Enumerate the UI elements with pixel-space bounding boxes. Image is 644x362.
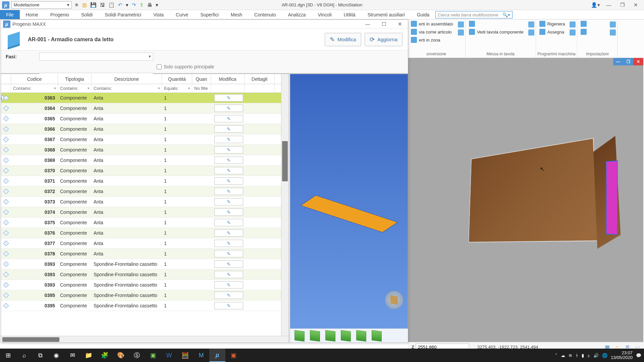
export-icon[interactable]: ⇪: [140, 2, 144, 8]
filter-icon[interactable]: ▾: [54, 86, 56, 90]
row-edit-button[interactable]: ✎: [214, 198, 243, 205]
row-edit-button[interactable]: ✎: [214, 157, 243, 164]
tray-net-icon[interactable]: ≋: [569, 353, 572, 358]
supporto-checkbox-input[interactable]: [157, 64, 162, 69]
save-icon[interactable]: 💾: [90, 2, 97, 8]
row-edit-button[interactable]: ✎: [214, 167, 243, 174]
chrome-icon[interactable]: ◉: [48, 349, 64, 362]
col-quantita[interactable]: Quantità: [162, 74, 192, 84]
table-row[interactable]: 0369ComponenteAnta1✎: [1, 155, 281, 166]
window-restore[interactable]: ❐: [616, 2, 628, 8]
tab-curve[interactable]: Curve: [170, 10, 194, 19]
table-row[interactable]: 0395ComponenteSpondine-Fronntalino casse…: [1, 290, 281, 301]
ribbon-tool-icon[interactable]: [528, 29, 534, 36]
row-edit-button[interactable]: ✎: [214, 260, 243, 268]
col-codice[interactable]: Codice: [11, 74, 58, 84]
main-3d-view[interactable]: — ❐ ✕ ↖: [408, 58, 643, 342]
col-dettagli[interactable]: Dettagli: [245, 74, 275, 84]
row-edit-button[interactable]: ✎: [214, 188, 243, 195]
view-front-icon[interactable]: [310, 330, 320, 341]
table-row[interactable]: 0378ComponenteAnta1✎: [1, 249, 281, 259]
tray-wifi-icon[interactable]: ⏚: [587, 353, 590, 358]
row-edit-button[interactable]: ✎: [214, 125, 243, 133]
tab-utilità[interactable]: Utilità: [338, 10, 362, 19]
row-edit-button[interactable]: ✎: [214, 208, 243, 216]
maxx-maximize[interactable]: ☐: [376, 21, 392, 27]
table-row[interactable]: 0393ComponenteSpondine-Fronntalino casse…: [1, 259, 281, 269]
skype-icon[interactable]: Ⓢ: [129, 349, 145, 362]
col-descrizione[interactable]: Descrizione: [92, 74, 162, 84]
grid-scrollbar-horizontal[interactable]: [1, 336, 288, 343]
microstation-icon[interactable]: µ: [209, 349, 225, 362]
row-edit-button[interactable]: ✎: [214, 229, 243, 237]
filter-icon[interactable]: ▾: [88, 86, 90, 90]
search-button[interactable]: ⌕: [16, 349, 32, 362]
maxx-minimize[interactable]: —: [360, 21, 376, 27]
ribbon-item[interactable]: [581, 21, 605, 27]
qat-more-icon[interactable]: ▾: [156, 2, 158, 8]
mail-icon[interactable]: ✉: [64, 349, 80, 362]
start-button[interactable]: ⊞: [0, 349, 16, 362]
app3-icon[interactable]: M: [193, 349, 209, 362]
window-minimize[interactable]: —: [603, 2, 614, 8]
tab-vincoli[interactable]: Vincoli: [312, 10, 338, 19]
ribbon-search[interactable]: Cerca nella barra multifunzione 🔍▾: [435, 11, 513, 18]
recorder-icon[interactable]: ▣: [225, 349, 241, 362]
app2-icon[interactable]: 🎨: [113, 349, 129, 362]
nav-cube[interactable]: [385, 291, 403, 309]
table-row[interactable]: 0367ComponenteAnta1✎: [1, 134, 281, 145]
col-quan[interactable]: Quan: [192, 74, 211, 84]
redo-icon[interactable]: ↷: [132, 2, 136, 8]
table-row[interactable]: 0393ComponenteSpondine-Fronntalino casse…: [1, 280, 281, 290]
filter-codice[interactable]: Contains:▾: [11, 84, 58, 93]
row-edit-button[interactable]: ✎: [214, 219, 243, 226]
ribbon-tool-icon[interactable]: [458, 29, 464, 36]
explorer-icon[interactable]: 📁: [80, 349, 97, 362]
aggiorna-button[interactable]: ⟳ Aggiorna: [365, 33, 402, 46]
saveall-icon[interactable]: 🖫: [100, 2, 105, 8]
row-edit-button[interactable]: ✎: [214, 292, 243, 299]
table-row[interactable]: 0368ComponenteAnta1✎: [1, 145, 281, 155]
window-close[interactable]: ✕: [630, 2, 641, 8]
tab-guida[interactable]: Guida: [411, 10, 435, 19]
table-row[interactable]: 0365ComponenteAnta1✎: [1, 114, 281, 124]
view-right-icon[interactable]: [325, 330, 335, 341]
table-row[interactable]: 0393ComponenteSpondine-Fronntalino casse…: [1, 269, 281, 280]
view-iso1-icon[interactable]: [341, 330, 351, 341]
view-iso2-icon[interactable]: [356, 330, 366, 341]
ribbon-tool-icon[interactable]: [570, 21, 576, 27]
row-edit-button[interactable]: ✎: [214, 105, 243, 112]
col-modifica[interactable]: Modifica: [211, 74, 245, 84]
preview-3d-canvas[interactable]: [290, 74, 408, 328]
ribbon-tool-icon[interactable]: [570, 29, 576, 36]
row-edit-button[interactable]: ✎: [214, 271, 243, 278]
table-row[interactable]: 0371ComponenteAnta1✎: [1, 176, 281, 186]
app1-icon[interactable]: 🧩: [97, 349, 113, 362]
ribbon-tool-icon[interactable]: [610, 21, 616, 27]
user-icon[interactable]: 👤▾: [590, 2, 601, 8]
filter-quan[interactable]: No filte: [192, 84, 211, 93]
undo-dd-icon[interactable]: ▾: [126, 2, 128, 8]
row-edit-button[interactable]: ✎: [214, 136, 243, 143]
ribbon-item[interactable]: [581, 29, 605, 35]
ribbon-tool-icon[interactable]: [610, 29, 616, 36]
ribbon-item[interactable]: Vedi tavola componente: [469, 29, 524, 35]
tab-mesh[interactable]: Mesh: [225, 10, 248, 19]
view-top-icon[interactable]: [294, 330, 305, 341]
tab-strumenti-ausiliari[interactable]: Strumenti ausiliari: [362, 10, 411, 19]
ribbon-tool-icon[interactable]: [528, 21, 534, 27]
row-edit-button[interactable]: ✎: [214, 177, 243, 185]
filter-quantita[interactable]: Equals:▾: [162, 84, 192, 93]
tab-progenio[interactable]: Progenio: [44, 10, 75, 19]
workspace-selector[interactable]: Modellazione ▾: [11, 1, 72, 9]
tray-bt-icon[interactable]: ᚼ: [576, 353, 578, 358]
tab-file[interactable]: File: [0, 10, 20, 19]
ribbon-item[interactable]: erti in assemblato: [411, 21, 453, 27]
ribbon-item[interactable]: Rigenera: [539, 21, 565, 27]
open-icon[interactable]: ▥: [82, 2, 87, 8]
table-row[interactable]: 0372ComponenteAnta1✎: [1, 186, 281, 197]
row-edit-button[interactable]: ✎: [214, 250, 243, 257]
tab-solidi-parametrici[interactable]: Solidi Parametrici: [99, 10, 147, 19]
row-edit-button[interactable]: ✎: [214, 146, 243, 154]
ribbon-item[interactable]: [469, 21, 524, 27]
